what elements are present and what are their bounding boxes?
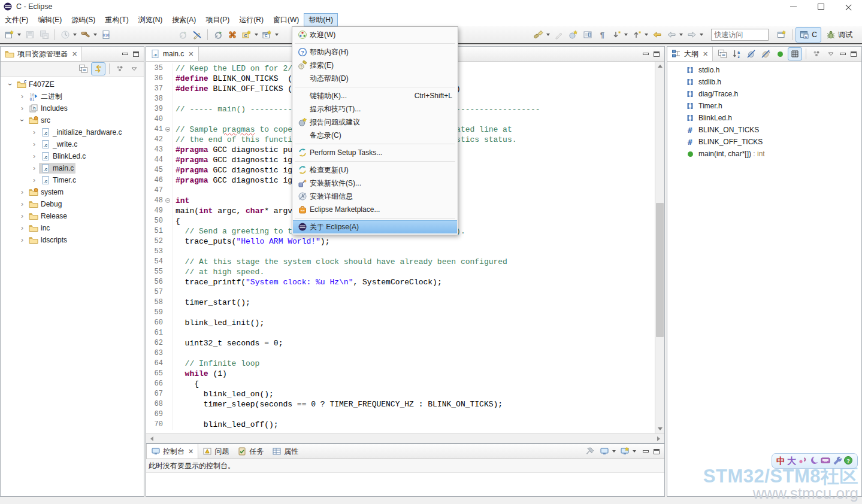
new-wizard-button[interactable]: [3, 28, 16, 42]
fold-column[interactable]: [164, 125, 173, 135]
dropdown-arrow-icon[interactable]: [255, 34, 258, 36]
dropdown-arrow-icon[interactable]: [275, 34, 279, 36]
close-button[interactable]: [834, 0, 862, 13]
ime-softkeyboard-toggle-button[interactable]: [809, 456, 819, 467]
search-flashlight-button[interactable]: [532, 28, 545, 42]
tree-item-二进制[interactable]: ›1001二进制: [1, 90, 144, 102]
help-menu-item-16[interactable]: 安装详细信息: [293, 190, 457, 203]
profile-dots-button[interactable]: [226, 28, 239, 42]
close-view-icon[interactable]: ✕: [703, 50, 708, 58]
tree-item-Release[interactable]: ›Release: [1, 210, 144, 222]
build-hammer-button[interactable]: [79, 28, 92, 42]
forward-button[interactable]: [685, 28, 698, 42]
ime-fullwidth-mode[interactable]: 大: [787, 456, 796, 467]
tab-属性[interactable]: 属性: [268, 444, 303, 459]
view-menu-button[interactable]: [113, 63, 126, 75]
collapse-chevron-icon[interactable]: ›: [29, 128, 39, 136]
ime-help-button[interactable]: ?: [843, 456, 853, 467]
minimize-view-button[interactable]: [840, 53, 846, 55]
tree-item-src[interactable]: ›src: [1, 114, 144, 126]
tab-project-explorer[interactable]: 项目资源管理器 ✕: [1, 47, 82, 61]
tab-问题[interactable]: 问题: [198, 444, 233, 459]
ime-chinese-mode[interactable]: 中: [776, 456, 785, 467]
help-menu-item-12[interactable]: Perform Setup Tasks...: [293, 146, 457, 159]
collapse-chevron-icon[interactable]: ›: [17, 224, 27, 232]
open-perspective-button[interactable]: [775, 28, 788, 42]
tree-item-inc[interactable]: ›inc: [1, 222, 144, 234]
help-menu-item-10[interactable]: 备忘录(C): [293, 129, 457, 142]
scroll-up-icon[interactable]: [655, 62, 664, 71]
binary-file-button[interactable]: 010: [99, 28, 113, 42]
profile-timer-button[interactable]: [59, 28, 72, 42]
tree-item-main.c[interactable]: ›.cmain.c: [1, 162, 144, 174]
prev-annotation-button[interactable]: [630, 28, 643, 42]
tree-item-Includes[interactable]: ›hIncludes: [1, 102, 144, 114]
help-menu-item-15[interactable]: 安装新软件(S)...: [293, 177, 457, 190]
menubar-item-1[interactable]: 文件(F): [0, 13, 33, 26]
menubar-item-5[interactable]: 浏览(N): [134, 13, 168, 26]
view-menu-button[interactable]: [810, 48, 823, 60]
dropdown-arrow-icon[interactable]: [17, 34, 21, 36]
outline-item-BlinkLed.h[interactable]: BlinkLed.h: [667, 112, 861, 124]
menubar-item-6[interactable]: 搜索(A): [167, 13, 201, 26]
maximize-view-button[interactable]: [851, 51, 857, 57]
tree-item-_initialize_hardware.c[interactable]: ›.c_initialize_hardware.c: [1, 126, 144, 138]
collapse-chevron-icon[interactable]: ›: [29, 176, 39, 184]
scroll-right-icon[interactable]: [654, 434, 663, 443]
menubar-item-4[interactable]: 重构(T): [100, 13, 133, 26]
help-menu-item-8[interactable]: 提示和技巧(T)...: [293, 102, 457, 116]
help-menu-item-19[interactable]: 关于 Eclipse(A): [293, 220, 457, 233]
last-edit-location-button[interactable]: [651, 28, 664, 42]
outline-item-BLINK_ON_TICKS[interactable]: #BLINK_ON_TICKS: [667, 124, 861, 136]
next-annotation-button[interactable]: [610, 28, 623, 42]
collapse-all-button[interactable]: [77, 63, 90, 75]
collapse-all-button[interactable]: [716, 48, 729, 60]
dropdown-arrow-button[interactable]: [824, 48, 837, 60]
open-console-button[interactable]: [618, 445, 631, 457]
dropdown-arrow-icon[interactable]: [633, 450, 636, 453]
save-all-button[interactable]: [38, 28, 51, 42]
scroll-down-icon[interactable]: [655, 424, 664, 433]
hide-nonpublic-button[interactable]: [773, 48, 787, 60]
tab-main-c[interactable]: .c main.c ✕: [146, 47, 199, 61]
collapse-chevron-icon[interactable]: ›: [17, 200, 27, 208]
dropdown-arrow-icon[interactable]: [546, 34, 550, 36]
outline-item-stdlib.h[interactable]: stdlib.h: [667, 76, 861, 88]
dropdown-arrow-icon[interactable]: [93, 34, 97, 36]
tab-任务[interactable]: 任务: [233, 444, 268, 459]
sort-az-button[interactable]: az: [730, 48, 743, 60]
mark-occurrences-button[interactable]: [552, 28, 565, 42]
tree-item-_write.c[interactable]: ›.c_write.c: [1, 138, 144, 150]
menubar-item-2[interactable]: 编辑(E): [33, 13, 66, 26]
perspective-C-button[interactable]: cC: [796, 27, 821, 42]
help-menu-item-7[interactable]: 键辅助(K)...Ctrl+Shift+L: [293, 89, 457, 102]
dropdown-arrow-icon[interactable]: [624, 34, 628, 36]
tree-item-Timer.c[interactable]: ›.cTimer.c: [1, 174, 144, 186]
collapse-chevron-icon[interactable]: ›: [29, 164, 39, 172]
close-tab-icon[interactable]: ✕: [188, 448, 193, 456]
outline-item-BLINK_OFF_TICKS[interactable]: #BLINK_OFF_TICKS: [667, 136, 861, 148]
tree-item-system[interactable]: ›system: [1, 186, 144, 198]
show-whitespace-button[interactable]: ¶: [595, 28, 609, 42]
menubar-item-9[interactable]: 窗口(W): [268, 13, 304, 26]
tab-控制台[interactable]: 控制台✕: [146, 444, 198, 459]
dropdown-arrow-button[interactable]: [128, 63, 141, 75]
display-console-button[interactable]: [598, 445, 611, 457]
collapse-chevron-icon[interactable]: ›: [17, 212, 27, 220]
menubar-item-3[interactable]: 源码(S): [66, 13, 100, 26]
tab-outline[interactable]: 大纲 ✕: [667, 47, 713, 61]
outline-item-Timer.h[interactable]: Timer.h: [667, 100, 861, 112]
expand-chevron-icon[interactable]: ›: [6, 80, 14, 89]
collapse-chevron-icon[interactable]: ›: [29, 152, 39, 160]
collapse-chevron-icon[interactable]: ›: [17, 92, 27, 101]
tree-item-ldscripts[interactable]: ›ldscripts: [1, 234, 144, 246]
ime-keyboard-button[interactable]: [821, 456, 830, 467]
back-button[interactable]: [665, 28, 678, 42]
collapse-chevron-icon[interactable]: ›: [17, 188, 27, 196]
link-editor-button[interactable]: [91, 62, 105, 75]
tree-item-F407ZE[interactable]: ›CF407ZE: [1, 78, 144, 90]
outline-item-stdio.h[interactable]: stdio.h: [667, 64, 861, 76]
hide-static-button[interactable]: s: [759, 48, 772, 60]
step-filter-button[interactable]: [190, 28, 204, 42]
collapse-chevron-icon[interactable]: ›: [17, 236, 27, 244]
